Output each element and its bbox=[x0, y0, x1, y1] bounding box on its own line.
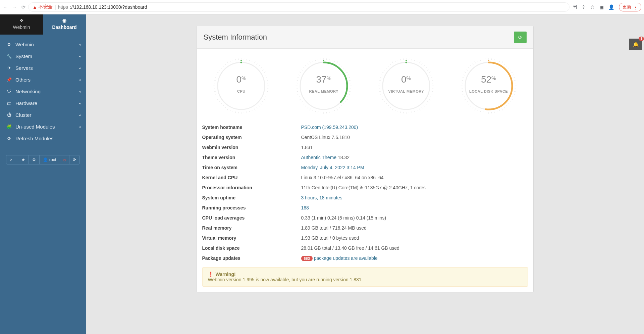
svg-line-136 bbox=[429, 72, 430, 73]
update-count-badge: 683 bbox=[301, 256, 313, 261]
svg-line-7 bbox=[259, 65, 260, 66]
info-value-link[interactable]: Authentic Theme bbox=[301, 155, 337, 160]
svg-line-207 bbox=[514, 94, 515, 94]
info-value-link[interactable]: 168 bbox=[301, 205, 309, 210]
caret-left-icon: ◂ bbox=[79, 54, 80, 58]
url-scheme: https bbox=[58, 4, 68, 10]
svg-line-39 bbox=[219, 101, 220, 102]
share-icon[interactable]: ⇪ bbox=[582, 4, 586, 10]
logout-button[interactable]: ⎋ bbox=[60, 155, 69, 164]
svg-line-90 bbox=[332, 111, 332, 112]
svg-line-129 bbox=[414, 60, 415, 61]
svg-line-50 bbox=[217, 72, 219, 73]
svg-line-243 bbox=[472, 64, 473, 65]
svg-line-69 bbox=[339, 64, 340, 65]
caret-left-icon: ◂ bbox=[79, 43, 80, 46]
sidebar-refresh-button[interactable]: ⟳ bbox=[69, 155, 79, 164]
sidebar-item-label: Un-used Modules bbox=[15, 124, 55, 130]
sidebar-item-refresh-modules[interactable]: ⟳ Refresh Modules bbox=[0, 133, 86, 144]
browser-chrome: ← → ⟳ ▲ 不安全 | https://192.168.10.123:100… bbox=[0, 0, 644, 14]
svg-line-214 bbox=[502, 109, 503, 110]
browser-update-button[interactable]: 更新 ⋮ bbox=[619, 3, 641, 11]
svg-line-160 bbox=[395, 110, 396, 111]
svg-line-51 bbox=[219, 70, 220, 70]
refresh-button[interactable]: ⟳ bbox=[514, 32, 527, 43]
svg-line-215 bbox=[499, 110, 500, 111]
svg-line-5 bbox=[254, 61, 255, 63]
svg-line-116 bbox=[305, 65, 306, 66]
svg-line-67 bbox=[334, 61, 335, 62]
notifications-button[interactable]: 🔔 1 bbox=[629, 39, 642, 50]
profile-icon[interactable]: 👤 bbox=[608, 4, 614, 10]
sidebar-item-label: Hardware bbox=[15, 100, 37, 106]
sidebar-item-system[interactable]: 🔧 System ◂ bbox=[0, 50, 86, 62]
gauge-cpu: 0% CPU bbox=[209, 57, 273, 115]
gauge-value: 52% bbox=[457, 74, 521, 85]
favorites-button[interactable]: ★ bbox=[18, 155, 29, 164]
info-row: Package updates683 package updates are a… bbox=[197, 253, 533, 263]
svg-line-178 bbox=[386, 67, 387, 68]
svg-line-176 bbox=[382, 72, 383, 73]
user-button[interactable]: 👤root bbox=[40, 155, 60, 164]
info-value-link[interactable]: Monday, July 4, 2022 3:14 PM bbox=[301, 165, 364, 170]
info-value: 11th Gen Intel(R) Core(TM) i5-1135G7 @ 2… bbox=[301, 185, 426, 190]
svg-line-242 bbox=[470, 65, 471, 66]
svg-line-167 bbox=[381, 97, 382, 97]
svg-line-34 bbox=[230, 110, 231, 111]
info-key: Virtual memory bbox=[197, 233, 296, 243]
svg-line-18 bbox=[266, 94, 268, 94]
tab-webmin[interactable]: ❖ Webmin bbox=[0, 14, 43, 35]
sidebar-item-un-used-modules[interactable]: 🧩 Un-used Modules ◂ bbox=[0, 121, 86, 133]
sidebar-item-webmin[interactable]: ⚙ Webmin ◂ bbox=[0, 39, 86, 50]
svg-line-198 bbox=[510, 70, 511, 70]
svg-line-72 bbox=[345, 70, 346, 70]
gear-icon: ⚙ bbox=[5, 42, 13, 47]
svg-line-87 bbox=[339, 107, 340, 108]
sidebar-item-servers[interactable]: ✈ Servers ◂ bbox=[0, 62, 86, 74]
info-key: System uptime bbox=[197, 193, 296, 203]
reload-button[interactable]: ⟳ bbox=[21, 4, 25, 10]
svg-line-145 bbox=[430, 97, 431, 97]
gauge-value: 37% bbox=[292, 74, 356, 85]
svg-line-83 bbox=[346, 99, 348, 100]
svg-line-195 bbox=[504, 64, 504, 65]
svg-line-71 bbox=[343, 67, 344, 68]
sidebar-item-label: System bbox=[15, 53, 32, 59]
info-value-link[interactable]: package updates are available bbox=[314, 255, 378, 261]
svg-line-228 bbox=[466, 101, 467, 102]
insecure-badge: ▲ 不安全 bbox=[33, 4, 53, 10]
svg-line-66 bbox=[332, 60, 332, 61]
panel-icon[interactable]: ▣ bbox=[599, 4, 604, 10]
info-row: Kernel and CPULinux 3.10.0-957.el7.x86_6… bbox=[197, 173, 533, 183]
svg-line-26 bbox=[252, 110, 253, 111]
info-value-link[interactable]: PSD.com (199.59.243.200) bbox=[301, 125, 358, 130]
svg-point-186 bbox=[383, 62, 430, 109]
svg-line-159 bbox=[398, 111, 398, 112]
main-area[interactable]: System Information ⟳ 0% CPU 37% REAL MEM… bbox=[86, 14, 644, 334]
svg-line-27 bbox=[249, 111, 250, 112]
svg-line-20 bbox=[264, 99, 266, 100]
sidebar-item-cluster[interactable]: ⏻ Cluster ◂ bbox=[0, 109, 86, 121]
sidebar-item-label: Networking bbox=[15, 89, 41, 94]
tab-dashboard[interactable]: ◉ Dashboard bbox=[43, 14, 86, 35]
back-button[interactable]: ← bbox=[3, 4, 7, 10]
terminal-button[interactable]: >_ bbox=[6, 155, 18, 164]
sidebar-item-hardware[interactable]: 🖴 Hardware ◂ bbox=[0, 97, 86, 109]
info-row: Local disk space28.01 GB total / 13.40 G… bbox=[197, 243, 533, 253]
svg-line-196 bbox=[506, 65, 507, 66]
svg-line-115 bbox=[303, 67, 304, 68]
translate-icon[interactable]: 🈂 bbox=[572, 4, 577, 10]
sidebar-item-others[interactable]: 📌 Others ◂ bbox=[0, 74, 86, 86]
svg-line-4 bbox=[252, 61, 253, 62]
address-bar[interactable]: ▲ 不安全 | https://192.168.10.123:10000/?da… bbox=[28, 2, 570, 12]
svg-line-245 bbox=[477, 61, 478, 62]
forward-button[interactable]: → bbox=[12, 4, 17, 10]
bookmark-icon[interactable]: ☆ bbox=[590, 4, 595, 10]
svg-line-113 bbox=[299, 72, 301, 73]
svg-line-102 bbox=[302, 101, 303, 102]
caret-left-icon: ◂ bbox=[79, 125, 80, 129]
settings-button[interactable]: ⚙ bbox=[29, 155, 40, 164]
sidebar-item-networking[interactable]: 🛡 Networking ◂ bbox=[0, 86, 86, 97]
info-value-link[interactable]: 3 hours, 18 minutes bbox=[301, 195, 342, 200]
info-value: 1.831 bbox=[301, 145, 313, 150]
